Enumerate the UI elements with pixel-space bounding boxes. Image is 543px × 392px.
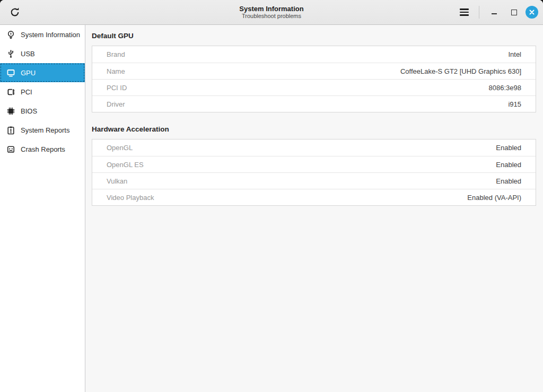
row-value: Intel <box>508 50 521 58</box>
section-heading-default-gpu: Default GPU <box>92 32 536 40</box>
titlebar-separator <box>479 6 479 19</box>
maximize-icon <box>511 10 517 15</box>
table-row-pci-id: PCI ID 8086:3e98 <box>92 79 536 95</box>
main-content: Default GPU Brand Intel Name CoffeeLake-… <box>85 25 543 392</box>
sidebar-item-label: GPU <box>21 69 36 77</box>
table-row-name: Name CoffeeLake-S GT2 [UHD Graphics 630] <box>92 63 536 79</box>
crash-face-icon <box>6 144 15 154</box>
row-value: Enabled <box>496 144 521 152</box>
row-value: 8086:3e98 <box>489 84 521 92</box>
gpu-monitor-icon <box>6 68 15 77</box>
row-value: Enabled <box>496 161 521 169</box>
table-row-brand: Brand Intel <box>92 46 536 63</box>
row-label: Video Playback <box>107 194 154 202</box>
titlebar-controls <box>456 4 543 20</box>
app-body: System Information USB <box>0 25 543 392</box>
row-label: Driver <box>107 100 125 108</box>
table-row-driver: Driver i915 <box>92 95 536 112</box>
sidebar: System Information USB <box>0 25 85 392</box>
close-button[interactable] <box>526 6 538 19</box>
sidebar-item-system-reports[interactable]: System Reports <box>0 120 85 140</box>
table-row-vulkan: Vulkan Enabled <box>92 172 536 189</box>
hardware-acceleration-table: OpenGL Enabled OpenGL ES Enabled Vulkan … <box>92 139 536 206</box>
sidebar-item-bios[interactable]: BIOS <box>0 101 85 120</box>
titlebar: System Information Troubleshoot problems <box>0 0 543 25</box>
row-value: Enabled <box>496 177 521 185</box>
titlebar-left <box>0 4 23 20</box>
row-label: Vulkan <box>107 177 127 185</box>
close-icon <box>529 9 535 15</box>
row-value: CoffeeLake-S GT2 [UHD Graphics 630] <box>400 67 521 75</box>
row-value: Enabled (VA-API) <box>467 194 521 202</box>
table-row-opengl: OpenGL Enabled <box>92 140 536 156</box>
sidebar-item-usb[interactable]: USB <box>0 44 85 63</box>
row-label: PCI ID <box>107 84 127 92</box>
row-label: Brand <box>107 50 125 58</box>
row-label: OpenGL <box>107 144 133 152</box>
info-bulb-icon <box>6 30 15 39</box>
refresh-icon <box>10 7 20 18</box>
pci-card-icon <box>6 87 15 97</box>
usb-icon <box>6 49 15 58</box>
section-heading-hardware-acceleration: Hardware Acceleration <box>92 125 536 133</box>
window-subtitle: Troubleshoot problems <box>242 13 301 20</box>
hamburger-menu-icon <box>460 8 469 16</box>
sidebar-item-gpu[interactable]: GPU <box>0 63 85 82</box>
app-window: System Information Troubleshoot problems <box>0 0 543 392</box>
window-title: System Information <box>239 5 303 13</box>
maximize-button[interactable] <box>506 4 522 20</box>
minimize-button[interactable] <box>486 4 502 20</box>
sidebar-item-label: USB <box>21 50 35 58</box>
row-label: OpenGL ES <box>107 161 144 169</box>
table-row-video-playback: Video Playback Enabled (VA-API) <box>92 189 536 205</box>
report-clipboard-icon <box>6 125 15 135</box>
row-value: i915 <box>508 100 521 108</box>
sidebar-item-label: System Information <box>21 31 80 39</box>
minimize-icon <box>492 10 497 14</box>
sidebar-item-label: PCI <box>21 88 32 96</box>
bios-chip-icon <box>6 106 15 116</box>
sidebar-item-crash-reports[interactable]: Crash Reports <box>0 140 85 159</box>
row-label: Name <box>107 67 125 75</box>
sidebar-item-system-information[interactable]: System Information <box>0 25 85 44</box>
refresh-button[interactable] <box>7 4 23 20</box>
sidebar-item-pci[interactable]: PCI <box>0 82 85 101</box>
table-row-opengl-es: OpenGL ES Enabled <box>92 156 536 172</box>
menu-button[interactable] <box>456 4 472 20</box>
sidebar-item-label: BIOS <box>21 107 37 115</box>
sidebar-item-label: System Reports <box>21 126 69 134</box>
sidebar-item-label: Crash Reports <box>21 145 65 153</box>
default-gpu-table: Brand Intel Name CoffeeLake-S GT2 [UHD G… <box>92 46 536 112</box>
